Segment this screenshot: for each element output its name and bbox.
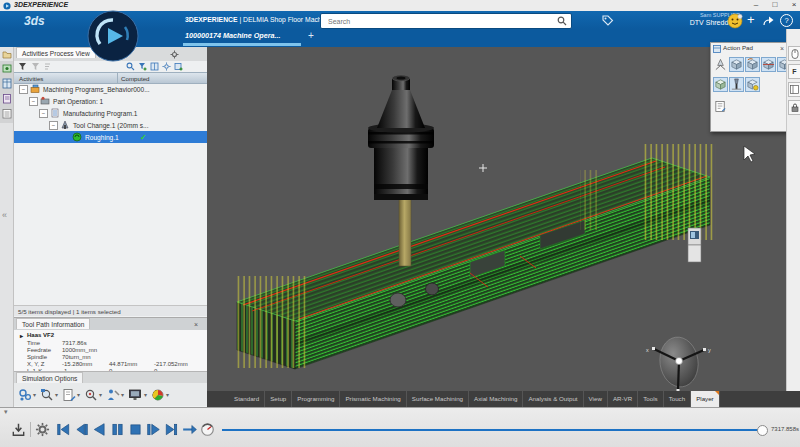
workpiece-view-icon[interactable] xyxy=(713,77,728,92)
expander-icon[interactable]: − xyxy=(29,97,38,106)
tree-row-part-operation[interactable]: − Part Operation: 1 xyxy=(14,95,207,107)
clipboard-view-icon[interactable] xyxy=(2,93,12,104)
function-key-icon[interactable]: F xyxy=(788,64,800,79)
tab-axial-machining[interactable]: Axial Machining xyxy=(469,391,523,407)
material-removal-icon[interactable]: ▾ xyxy=(151,388,169,402)
tab-prismatic-machining[interactable]: Prismatic Machining xyxy=(340,391,406,407)
step-backward-button[interactable] xyxy=(74,422,89,437)
timeline-slider[interactable] xyxy=(222,429,762,431)
play-backward-button[interactable] xyxy=(92,422,107,437)
report-icon[interactable]: ▾ xyxy=(62,388,80,402)
simulation-time-label: 7317.858s xyxy=(771,426,799,432)
filter-add-icon[interactable] xyxy=(138,62,147,71)
activities-view-icon[interactable] xyxy=(2,63,12,74)
column-computed[interactable]: Computed xyxy=(121,75,150,82)
filter-clear-icon[interactable] xyxy=(31,62,40,71)
expander-icon[interactable]: − xyxy=(49,121,58,130)
app-title-brand: 3DEXPERIENCE xyxy=(185,16,238,23)
toolbar-separator xyxy=(30,422,31,437)
view-switcher-group xyxy=(0,61,13,123)
speed-dial[interactable] xyxy=(200,422,215,437)
search-input[interactable] xyxy=(326,15,555,28)
player-settings-button[interactable] xyxy=(35,422,50,437)
tab-tools[interactable]: Tools xyxy=(638,391,663,407)
tab-touch[interactable]: Touch xyxy=(664,391,692,407)
tab-programming[interactable]: Programming xyxy=(292,391,340,407)
tab-player[interactable]: Player xyxy=(691,391,720,407)
tab-setup[interactable]: Setup xyxy=(265,391,292,407)
compass-logo[interactable] xyxy=(87,10,139,62)
analysis-config-icon[interactable]: ▾ xyxy=(40,388,58,402)
player-bar-collapse-chevron[interactable]: ▾ xyxy=(4,408,8,416)
part-operation-icon xyxy=(40,96,50,106)
column-view-icon[interactable] xyxy=(150,62,159,71)
collapse-panel-chevron[interactable]: « xyxy=(2,210,7,220)
search-tree-icon[interactable] xyxy=(126,62,135,71)
viewport-mini-toolbar[interactable] xyxy=(688,228,701,262)
pick-face-icon[interactable] xyxy=(729,57,744,72)
mouse-settings-icon[interactable] xyxy=(788,46,800,61)
stop-button[interactable] xyxy=(128,422,143,437)
tree-row-roughing[interactable]: Roughing.1 ✓ xyxy=(14,131,207,143)
timeline-slider-handle[interactable] xyxy=(757,425,768,436)
simulation-options-tab[interactable]: Simulation Options xyxy=(16,372,83,383)
grid-view-icon[interactable] xyxy=(2,78,12,89)
sort-icon[interactable] xyxy=(43,62,52,71)
section-block-icon[interactable] xyxy=(761,57,776,72)
new-tab-button[interactable]: + xyxy=(308,30,314,41)
machine-row[interactable]: ▸ Haas VF2 xyxy=(14,332,207,339)
add-view-icon[interactable] xyxy=(174,62,183,71)
lock-icon[interactable] xyxy=(788,100,800,115)
tool-view-icon[interactable] xyxy=(729,77,744,92)
share-icon[interactable] xyxy=(762,15,774,27)
tpi-row-time: Time7317.86s xyxy=(14,340,207,347)
tab-ar-vr[interactable]: AR-VR xyxy=(608,391,638,407)
panel-toggle-icon[interactable] xyxy=(788,82,800,97)
search-icon[interactable] xyxy=(557,16,567,26)
machine-setup-icon[interactable]: ▾ xyxy=(106,388,124,402)
minimize-button[interactable]: – xyxy=(749,0,763,10)
add-content-button[interactable]: + xyxy=(747,12,755,27)
help-button[interactable]: ? xyxy=(780,14,793,27)
tree-row-tool-change[interactable]: − Tool Change.1 (20mm s... xyxy=(14,119,207,131)
column-activities[interactable]: Activities xyxy=(19,75,43,82)
filter-icon[interactable] xyxy=(18,62,27,71)
document-tab[interactable]: 100000174 Machine Opera... xyxy=(185,31,281,40)
panel-tab-activities[interactable]: Activities Process View xyxy=(16,47,96,58)
avatar[interactable] xyxy=(727,13,743,29)
tree-row-manufacturing-program[interactable]: − Manufacturing Program.1 xyxy=(14,107,207,119)
jump-to-start-button[interactable] xyxy=(56,422,71,437)
tab-surface-machining[interactable]: Surface Machining xyxy=(407,391,469,407)
tab-analysis-output[interactable]: Analysis & Output xyxy=(523,391,583,407)
jump-to-end-button[interactable] xyxy=(164,422,179,437)
maximize-button[interactable]: □ xyxy=(768,0,782,10)
folder-icon[interactable] xyxy=(2,50,12,59)
tag-icon[interactable] xyxy=(601,14,614,27)
viewport-3d[interactable]: x y z xyxy=(207,47,786,391)
tab-standard[interactable]: Standard xyxy=(229,391,265,407)
pause-button[interactable] xyxy=(110,422,125,437)
toolpath-info-tab[interactable]: Tool Path Information xyxy=(16,318,90,329)
export-results-button[interactable] xyxy=(11,422,26,437)
toolpath-info-close-icon[interactable]: × xyxy=(194,321,198,328)
tab-view[interactable]: View xyxy=(584,391,608,407)
axis-triad-icon[interactable] xyxy=(713,57,728,72)
rotate-block-icon[interactable] xyxy=(745,57,760,72)
display-mode-icon[interactable]: ▾ xyxy=(128,388,147,402)
simulation-mode-icon[interactable]: ▾ xyxy=(18,388,36,402)
expander-icon[interactable]: − xyxy=(39,109,48,118)
tree-row-machining-programs[interactable]: − Machining Programs_Behavior000... xyxy=(14,83,207,95)
step-forward-button[interactable] xyxy=(146,422,161,437)
play-to-end-button[interactable] xyxy=(182,422,197,437)
fixture-view-icon[interactable] xyxy=(745,77,760,92)
settings-icon[interactable] xyxy=(162,62,171,71)
inspect-icon[interactable]: ▾ xyxy=(84,388,102,402)
action-pad-close-icon[interactable]: × xyxy=(780,45,784,52)
close-button[interactable]: × xyxy=(787,0,800,10)
expander-icon[interactable]: − xyxy=(19,85,28,94)
column-divider[interactable] xyxy=(117,73,118,83)
list-view-icon[interactable] xyxy=(2,108,12,119)
activities-panel: Activities Process View Activities Compu… xyxy=(14,47,208,407)
notes-icon[interactable] xyxy=(713,99,728,114)
panel-gear-icon[interactable] xyxy=(170,50,179,59)
